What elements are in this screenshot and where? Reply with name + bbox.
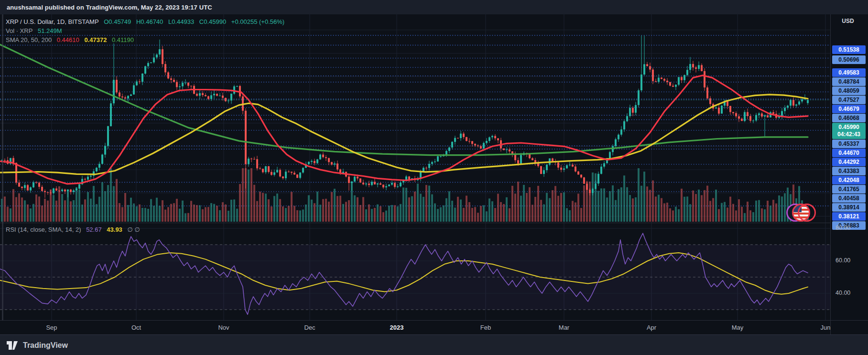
time-axis-label[interactable]: Nov (218, 324, 229, 331)
price-level-label: 0.44292 (832, 158, 866, 166)
tradingview-published-chart: anushsamal published on TradingView.com,… (0, 0, 868, 355)
time-axis-label[interactable]: Apr (647, 324, 656, 331)
volume-legend[interactable]: Vol · XRP 51.249M (6, 27, 65, 34)
time-axis-label[interactable]: 2023 (390, 324, 404, 331)
time-axis-label[interactable]: May (732, 324, 744, 331)
volume-label[interactable]: Vol · XRP (6, 27, 33, 34)
rsi-extra-flags: ∅ ∅ (127, 226, 140, 233)
price-level-label: 0.41765 (832, 185, 866, 194)
symbol-legend[interactable]: XRP / U.S. Dollar, 1D, BITSTAMP O0.45749… (6, 18, 288, 25)
price-level-label: 0.40458 (832, 194, 866, 203)
footer-bar: TradingView (0, 334, 868, 355)
time-axis-separator (830, 321, 831, 335)
price-level-label: 0.46679 (832, 105, 866, 113)
chart-area[interactable]: XRP / U.S. Dollar, 1D, BITSTAMP O0.45749… (0, 14, 868, 320)
price-level-label: 0.49583 (832, 68, 866, 77)
plot-left-edge-line (2, 14, 3, 320)
price-pane[interactable] (0, 14, 830, 223)
footer-brand-text[interactable]: TradingView (23, 341, 68, 350)
attribution-text: anushsamal published on TradingView.com,… (7, 4, 212, 11)
price-axis[interactable]: USD 0.515380.506960.495830.487840.480590… (830, 14, 868, 320)
price-level-label: 0.44670 (832, 149, 866, 157)
sma50-value: 0.47372 (84, 36, 107, 43)
price-level-label: 0.38914 (832, 203, 866, 212)
time-axis-label[interactable]: Feb (480, 324, 491, 331)
current-price-value: 0.45990 (838, 124, 859, 131)
rsi-axis-tick: 40.00 (835, 290, 850, 296)
volume-value: 51.249M (38, 27, 62, 34)
ohlc-high: H0.46740 (136, 18, 163, 25)
price-level-label: 0.38121 (832, 212, 866, 221)
axis-currency-label[interactable]: USD (831, 18, 865, 24)
candlestick-series (1, 35, 809, 198)
sma200-value: 0.41190 (112, 36, 134, 43)
tradingview-logo-icon[interactable] (7, 340, 19, 351)
price-level-label: 0.46068 (832, 114, 866, 122)
current-price-label: 0.45990 04:42:43 (832, 123, 866, 139)
rsi-label[interactable]: RSI (14, close, SMA, 14, 2) (6, 226, 81, 233)
time-axis[interactable]: SepOctNovDec2023FebMarAprMayJun (0, 320, 868, 335)
symbol-pair-logo (786, 203, 817, 223)
price-level-label: 0.45337 (832, 140, 866, 148)
time-axis-label[interactable]: Oct (131, 324, 141, 331)
ohlc-close: C0.45990 (199, 18, 226, 25)
overlap-ring-icon (798, 204, 816, 222)
ohlc-open: O0.45749 (104, 18, 131, 25)
price-level-label: 0.42048 (832, 176, 866, 184)
symbol-title[interactable]: XRP / U.S. Dollar, 1D, BITSTAMP (6, 18, 99, 25)
price-level-label: 0.51538 (832, 45, 866, 54)
rsi-axis-tick: 60.00 (835, 257, 850, 264)
volume-series (1, 168, 809, 222)
price-level-label: 0.48784 (832, 77, 866, 86)
time-axis-label[interactable]: Jun (821, 324, 831, 331)
rsi-ma-value: 43.93 (107, 226, 122, 233)
price-level-label: 0.50696 (832, 55, 866, 64)
pane-separator[interactable] (0, 223, 868, 223)
rsi-legend[interactable]: RSI (14, close, SMA, 14, 2) 52.67 43.93 … (6, 226, 143, 233)
price-level-label: 0.47527 (832, 96, 866, 104)
sma50-line[interactable] (0, 95, 808, 174)
ohlc-low: L0.44933 (168, 18, 194, 25)
rsi-pane[interactable] (0, 223, 830, 320)
rsi-value: 52.67 (86, 226, 102, 233)
attribution-bar: anushsamal published on TradingView.com,… (0, 0, 868, 15)
time-axis-label[interactable]: Sep (46, 324, 57, 331)
price-level-label: 0.48059 (832, 86, 866, 95)
time-axis-label[interactable]: Dec (304, 324, 315, 331)
current-price-countdown: 04:42:43 (837, 131, 860, 138)
ohlc-change: +0.00255 (+0.56%) (231, 18, 284, 25)
time-axis-label[interactable]: Mar (559, 324, 569, 331)
sma-legend[interactable]: SMA 20, 50, 200 0.44610 0.47372 0.41190 (6, 36, 137, 43)
price-level-label: 0.43383 (832, 167, 866, 175)
sma-label[interactable]: SMA 20, 50, 200 (6, 36, 52, 43)
rsi-axis-tick: 80.00 (835, 225, 850, 231)
sma20-value: 0.44610 (57, 36, 79, 43)
